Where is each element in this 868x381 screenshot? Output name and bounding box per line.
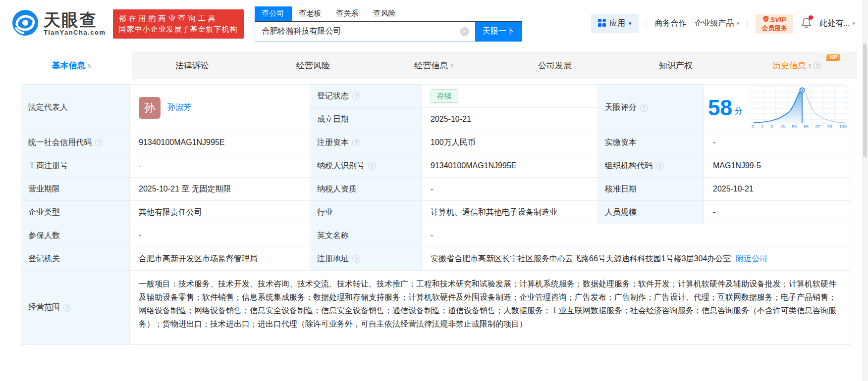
search-tab-risk[interactable]: 查风险: [366, 6, 403, 21]
field-label: 工商注册号: [28, 161, 68, 171]
staff-size-label: 人员规模: [598, 201, 704, 224]
org-code-label: 组织机构代码 ?: [598, 154, 704, 178]
legal-rep-avatar[interactable]: 孙: [139, 97, 161, 119]
reg-status-value: 存续: [422, 85, 598, 108]
english-name-value: -: [422, 224, 851, 247]
tab-intellectual-property[interactable]: 知识产权: [615, 51, 736, 79]
field-label: 天眼评分: [605, 102, 637, 113]
field-value: 2025-10-21 至 无固定期限: [139, 184, 231, 194]
help-icon[interactable]: ?: [656, 162, 664, 170]
tab-label: 知识产权: [659, 60, 693, 71]
english-name-label: 英文名称: [310, 224, 422, 247]
search-tabs: 查公司 查老板 查关系 查风险: [255, 6, 522, 22]
legal-rep-name-link[interactable]: 孙淑芳: [167, 102, 191, 113]
help-icon[interactable]: ?: [368, 162, 376, 170]
clear-icon[interactable]: ×: [460, 27, 469, 36]
business-scope-label: 经营范围 ?: [21, 271, 130, 345]
help-icon[interactable]: ?: [814, 62, 821, 69]
field-value: 其他有限责任公司: [139, 207, 202, 218]
industry-value: 计算机、通信和其他电子设备制造业: [422, 201, 598, 224]
reg-address-value: 安徽省合肥市高新区长宁社区服务中心云飞路66号天源迪科科技园1号楼3层304办公…: [422, 247, 851, 271]
approval-date-label: 核准日期: [598, 178, 704, 201]
score-label: 天眼评分 ?: [598, 85, 704, 131]
user-menu[interactable]: 此处有... ▾: [819, 18, 855, 29]
search-input[interactable]: [255, 22, 475, 42]
apps-menu[interactable]: 应用 ▾: [591, 14, 639, 33]
scrollbar-thumb[interactable]: [863, 44, 867, 157]
tianyancha-logo[interactable]: 天眼查 TianYanCha.com: [12, 9, 106, 38]
tab-history-info[interactable]: VIP 历史信息 1 ?: [736, 51, 857, 79]
tab-count: 1: [808, 62, 812, 70]
search-tab-relation[interactable]: 查关系: [329, 6, 366, 21]
tab-business-info[interactable]: 经营信息 2: [374, 51, 494, 79]
help-icon[interactable]: ?: [95, 139, 103, 146]
divider: [647, 20, 647, 28]
insured-count-label: 参保人数: [21, 224, 130, 247]
chevron-down-icon: ▾: [852, 20, 855, 27]
field-label: 营业期限: [28, 184, 60, 194]
paid-capital-value: -: [704, 131, 851, 154]
axis-tick: 97: [815, 124, 820, 129]
nearby-companies-link[interactable]: 附近公司: [736, 254, 767, 264]
reg-capital-label: 注册资本 ?: [310, 131, 422, 154]
search-tab-boss[interactable]: 查老板: [292, 6, 329, 21]
taxpayer-qualification-value: -: [422, 178, 598, 201]
field-value: MAG1NJ99-5: [713, 161, 761, 170]
tab-company-development[interactable]: 公司发展: [494, 51, 615, 79]
svip-label: SVIP: [770, 16, 786, 24]
help-icon[interactable]: ?: [640, 104, 648, 112]
reg-authority-label: 登记机关: [21, 247, 130, 271]
logo-title: 天眼查: [44, 11, 106, 29]
axis-tick: 15: [780, 124, 785, 129]
help-icon[interactable]: ?: [63, 304, 71, 312]
company-type-value: 其他有限责任公司: [130, 201, 310, 224]
svip-member-button[interactable]: SVIP 会员服务: [756, 14, 793, 34]
field-value: -: [431, 231, 433, 240]
nav-enterprise-products[interactable]: 企业级产品 ▾: [695, 18, 740, 29]
score-chart-axis: 0 1 3 15 50 85 97 99 100: [752, 124, 847, 129]
banner-line2: 国家中小企业发展子基金旗下机构: [119, 24, 238, 35]
tab-operation-risk[interactable]: 经营风险: [253, 51, 374, 79]
help-icon[interactable]: ?: [352, 255, 360, 263]
notifications-bell[interactable]: [801, 17, 812, 30]
help-icon[interactable]: ?: [352, 139, 360, 146]
nav-business-cooperation[interactable]: 商务合作: [655, 18, 687, 29]
industry-label: 行业: [310, 201, 422, 224]
help-icon[interactable]: ?: [352, 92, 360, 100]
tab-count: 2: [450, 62, 453, 70]
search-button[interactable]: 天眼一下: [475, 22, 522, 42]
search-tab-company[interactable]: 查公司: [255, 6, 292, 21]
search-block: 查公司 查老板 查关系 查风险 × 天眼一下: [255, 6, 522, 42]
taxpayer-id-label: 纳税人识别号 ?: [310, 154, 422, 178]
field-value: 计算机、通信和其他电子设备制造业: [431, 207, 557, 218]
field-label: 登记状态: [317, 91, 349, 101]
field-value: 一般项目：技术服务、技术开发、技术咨询、技术交流、技术转让、技术推广；工程和技术…: [139, 280, 836, 328]
business-term-value: 2025-10-21 至 无固定期限: [130, 178, 310, 201]
approval-date-value: 2025-10-21: [704, 178, 851, 201]
field-label: 注册资本: [317, 138, 349, 148]
eye-logo-icon: [12, 9, 39, 38]
reg-status-label: 登记状态 ?: [310, 85, 422, 108]
apps-label: 应用: [609, 18, 625, 29]
tab-count: 5: [87, 62, 91, 70]
field-value: 合肥市高新开发区市场监督管理局: [139, 254, 258, 264]
field-value: -: [713, 208, 715, 217]
promo-banner: 都在用的商业查询工具 国家中小企业发展子基金旗下机构: [113, 9, 244, 39]
page-scrollbar[interactable]: [862, 0, 868, 381]
field-label: 统一社会信用代码: [28, 138, 92, 148]
reg-address-label: 注册地址 ?: [310, 247, 422, 271]
field-value: 2025-10-21: [431, 115, 471, 124]
field-value: -: [139, 231, 141, 240]
tab-basic-info[interactable]: 基本信息 5: [11, 51, 132, 79]
basic-info-table: 法定代表人 孙 孙淑芳 登记状态 ? 存续 成立日期 2025-10-21 天眼…: [21, 84, 845, 345]
field-value: -: [713, 138, 715, 147]
field-label: 企业类型: [28, 207, 60, 218]
credit-code-value: 91340100MAG1NJ995E: [130, 131, 310, 154]
field-label: 参保人数: [28, 231, 60, 241]
tab-legal-litigation[interactable]: 法律诉讼: [132, 51, 253, 79]
svip-sublabel: 会员服务: [761, 24, 787, 32]
site-header: 天眼查 TianYanCha.com 都在用的商业查询工具 国家中小企业发展子基…: [0, 0, 868, 48]
reg-capital-value: 100万人民币: [422, 131, 598, 154]
svip-shield-icon: [763, 16, 769, 24]
divider: [747, 20, 748, 28]
